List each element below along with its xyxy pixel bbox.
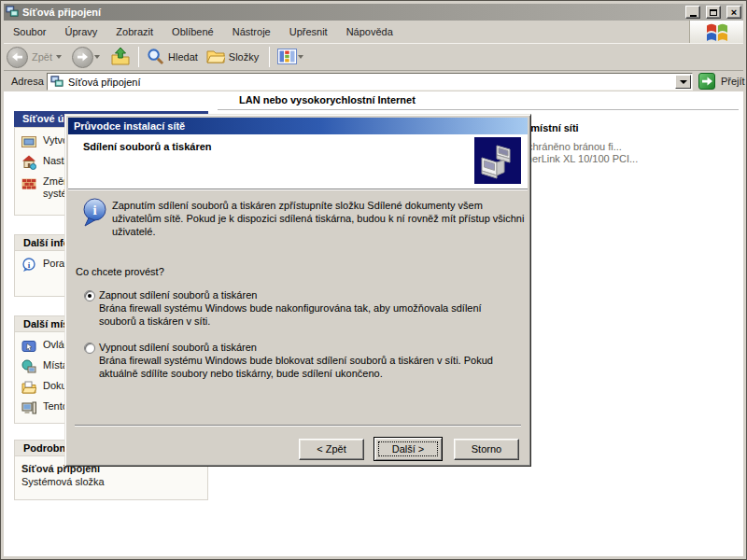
menu-bar: Soubor Úpravy Zobrazit Oblíbené Nástroje… — [4, 21, 743, 43]
wizard-titlebar[interactable]: Průvodce instalací sítě — [68, 118, 528, 134]
minimize-button[interactable] — [685, 6, 700, 19]
file-printer-sharing-icon — [474, 137, 521, 184]
home-network-icon — [21, 155, 36, 170]
wizard-title: Průvodce instalací sítě — [74, 120, 185, 132]
back-label: Zpět — [32, 51, 52, 63]
group-header-line — [218, 109, 739, 110]
minimize-icon — [690, 15, 697, 17]
menu-zobrazit[interactable]: Zobrazit — [106, 22, 162, 41]
network-connections-icon — [50, 75, 63, 90]
close-button[interactable]: × — [726, 6, 741, 19]
search-label: Hledat — [168, 51, 198, 63]
info-icon: i — [21, 258, 36, 273]
information-balloon-icon: i — [82, 198, 107, 229]
views-icon — [277, 49, 297, 66]
search-button[interactable]: Hledat — [144, 46, 204, 69]
toolbar-separator — [269, 47, 270, 67]
wizard-buttons-separator — [75, 425, 521, 427]
group-header: LAN nebo vysokorychlostní Internet — [239, 94, 416, 105]
menu-napoveda[interactable]: Nápověda — [337, 22, 402, 41]
wizard-header: Sdílení souborů a tiskáren — [68, 134, 528, 189]
wizard-intro-text: Zapnutím sdílení souborů a tiskáren zpří… — [112, 199, 530, 238]
go-button[interactable]: Přejít — [698, 73, 745, 90]
radio-disable-sharing-label[interactable]: Vypnout sdílení souborů a tiskáren — [99, 342, 257, 353]
network-connections-icon — [6, 5, 19, 20]
address-dropdown-button[interactable] — [675, 75, 691, 89]
go-label: Přejít — [721, 76, 745, 87]
wizard-question: Co chcete provést? — [76, 266, 164, 277]
forward-button[interactable] — [69, 45, 107, 70]
next-wizard-button[interactable]: Další > — [374, 437, 443, 461]
address-combobox[interactable]: Síťová připojení — [47, 73, 693, 91]
menu-nastroje[interactable]: Nástroje — [223, 22, 280, 41]
radio-enable-sharing[interactable] — [84, 290, 95, 301]
wizard-heading: Sdílení souborů a tiskáren — [83, 141, 212, 152]
back-button[interactable]: Zpět — [4, 45, 69, 70]
documents-icon — [21, 380, 36, 395]
chevron-down-icon — [680, 80, 687, 84]
back-dropdown-icon — [56, 55, 62, 59]
menu-upresnit[interactable]: Upřesnit — [280, 22, 337, 41]
views-button[interactable] — [275, 47, 311, 68]
maximize-icon — [710, 9, 717, 16]
up-button[interactable] — [107, 45, 134, 69]
folders-icon — [206, 49, 225, 65]
network-setup-wizard-dialog: Průvodce instalací sítě Sdílení souborů … — [64, 114, 531, 467]
toolbar-separator — [138, 47, 139, 67]
menu-soubor[interactable]: Soubor — [4, 22, 55, 41]
radio-enable-sharing-description: Brána firewall systému Windows bude nako… — [99, 302, 521, 328]
address-bar: Adresa Síťová připojení Přejít — [4, 72, 743, 91]
menu-oblibene[interactable]: Oblíbené — [162, 22, 223, 41]
network-connections-window: Síťová připojení × Soubor Úpravy Zobrazi… — [0, 0, 747, 560]
windows-logo — [689, 21, 743, 43]
window-titlebar[interactable]: Síťová připojení × — [4, 4, 743, 21]
window-title: Síťová připojení — [22, 7, 680, 18]
standard-toolbar: Zpět Hledat Složky — [4, 43, 743, 71]
new-connection-icon — [21, 134, 36, 149]
folders-label: Složky — [229, 51, 259, 63]
wizard-header-separator — [68, 189, 528, 190]
my-computer-icon — [21, 400, 36, 415]
forward-dropdown-icon — [94, 55, 100, 59]
radio-enable-sharing-label[interactable]: Zapnout sdílení souborů a tiskáren — [99, 289, 257, 301]
views-dropdown-icon — [298, 55, 303, 59]
address-label: Adresa — [11, 76, 44, 87]
maximize-button[interactable] — [706, 6, 721, 19]
menu-upravy[interactable]: Úpravy — [55, 22, 106, 41]
radio-disable-sharing-description: Brána firewall systému Windows bude blok… — [99, 355, 521, 380]
control-panel-icon — [21, 339, 36, 354]
folders-button[interactable]: Složky — [204, 47, 264, 67]
go-arrow-icon — [698, 73, 715, 90]
details-folder-type: Systémová složka — [21, 476, 203, 487]
back-icon — [7, 47, 28, 68]
cancel-wizard-button[interactable]: Storno — [454, 439, 519, 460]
back-wizard-button[interactable]: < Zpět — [299, 439, 364, 460]
forward-icon — [72, 47, 93, 68]
svg-text:i: i — [92, 203, 96, 217]
firewall-icon — [21, 175, 36, 190]
search-icon — [147, 48, 164, 67]
up-folder-icon — [110, 47, 131, 67]
address-value: Síťová připojení — [68, 77, 141, 88]
radio-disable-sharing[interactable] — [84, 343, 95, 354]
network-places-icon — [21, 359, 36, 374]
close-icon: × — [731, 7, 737, 17]
